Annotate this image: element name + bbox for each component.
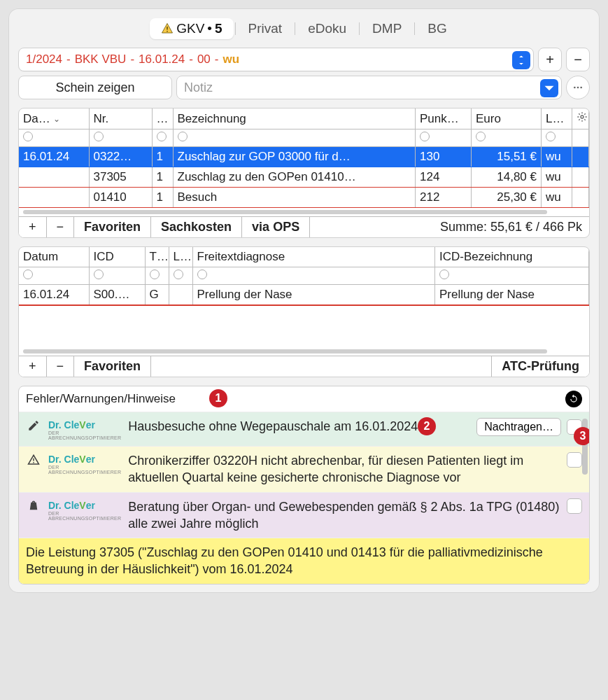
note-placeholder: Notiz	[184, 80, 213, 95]
table-row[interactable]: 014101Besuch21225,30 €wu	[19, 188, 589, 208]
services-table[interactable]: Da…⌄ Nr. … Bezeichnung Punk… Euro Le…	[19, 108, 589, 208]
svg-point-4	[580, 87, 582, 89]
case-selector[interactable]: 1/2024 - BKK VBU - 16.01.24 - 00 - wu	[18, 48, 534, 71]
clever-logo: Dr. CleVerDER ABRECHNUNGSOPTIMIERER	[48, 500, 121, 521]
services-panel: Da…⌄ Nr. … Bezeichnung Punk… Euro Le…	[18, 108, 590, 238]
hint-checkbox[interactable]	[567, 498, 582, 514]
hint-row: Dr. CleVerDER ABRECHNUNGSOPTIMIERERChron…	[19, 446, 589, 492]
h-scrollbar[interactable]	[19, 347, 589, 356]
col-nr[interactable]: Nr.	[89, 108, 152, 130]
annotation-2: 2	[418, 417, 436, 435]
hints-title: Fehler/Warnungen/Hinweise	[26, 392, 176, 406]
hints-panel: 1 2 3 Fehler/Warnungen/Hinweise Dr. CleV…	[18, 386, 590, 584]
diagnosis-panel: Datum ICD T… L… Freitextdiagnose ICD-Bez…	[18, 246, 590, 377]
sum-label: Summe: 55,61 € / 466 Pk	[433, 217, 589, 237]
case-user: wu	[223, 52, 240, 66]
hint-text: Beratung über Organ- und Gewebespenden g…	[128, 498, 560, 533]
col-desc[interactable]: Bezeichnung	[173, 108, 416, 130]
col-date[interactable]: Da…⌄	[19, 108, 89, 130]
col-cnt[interactable]: …	[152, 108, 173, 130]
annotation-1: 1	[209, 389, 227, 407]
col-euro[interactable]: Euro	[472, 108, 542, 130]
hint-row: Die Leistung 37305 ("Zuschlag zu den GOP…	[19, 538, 589, 584]
remove-service-button[interactable]: −	[47, 217, 75, 237]
hint-checkbox[interactable]	[567, 452, 582, 468]
tab-gkv-label: GKV	[176, 21, 204, 36]
hint-row: Dr. CleVerDER ABRECHNUNGSOPTIMIERERBerat…	[19, 492, 589, 538]
svg-rect-1	[167, 31, 168, 32]
sort-icon: ⌄	[53, 114, 60, 124]
annotation-3: 3	[574, 427, 590, 445]
bag-icon	[26, 500, 41, 512]
col-date[interactable]: Datum	[19, 247, 89, 267]
svg-rect-0	[167, 27, 168, 30]
col-pts[interactable]: Punk…	[416, 108, 472, 130]
show-schein-button[interactable]: Schein zeigen	[18, 76, 172, 99]
col-t[interactable]: T…	[145, 247, 169, 267]
warn-icon	[26, 454, 41, 466]
add-button[interactable]: +	[538, 48, 562, 71]
hint-row: Dr. CleVerDER ABRECHNUNGSOPTIMIERERHausb…	[19, 412, 589, 446]
clever-logo: Dr. CleVerDER ABRECHNUNGSOPTIMIERER	[48, 419, 121, 440]
via-ops-button[interactable]: via OPS	[242, 217, 310, 237]
warning-icon	[161, 22, 174, 35]
clever-logo: Dr. CleVerDER ABRECHNUNGSOPTIMIERER	[48, 454, 121, 475]
tab-gkv[interactable]: GKV • 5	[150, 18, 233, 39]
svg-rect-6	[33, 458, 34, 461]
h-scrollbar[interactable]	[19, 208, 589, 216]
add-service-button[interactable]: +	[19, 217, 47, 237]
svg-point-2	[574, 87, 576, 89]
svg-point-5	[581, 115, 584, 118]
remove-diag-button[interactable]: −	[47, 356, 75, 377]
note-input[interactable]: Notiz	[176, 76, 562, 99]
tab-gkv-count: 5	[215, 21, 222, 36]
atc-check-button[interactable]: ATC-Prüfung	[491, 356, 589, 377]
more-icon[interactable]	[566, 76, 590, 99]
favorites-button[interactable]: Favoriten	[74, 217, 151, 237]
nachtragen-button[interactable]: Nachtragen…	[476, 418, 561, 436]
tab-bg[interactable]: BG	[416, 18, 458, 39]
col-free[interactable]: Freitextdiagnose	[192, 247, 435, 267]
case-insurer: BKK VBU	[75, 52, 127, 66]
pencil-icon	[26, 419, 41, 432]
gear-icon[interactable]	[572, 108, 589, 130]
col-le[interactable]: Le…	[542, 108, 572, 130]
tabbar: GKV • 5 Privat eDoku DMP BG	[18, 17, 590, 41]
tab-privat[interactable]: Privat	[237, 18, 294, 39]
app-window: GKV • 5 Privat eDoku DMP BG 1/2024 - BKK…	[8, 8, 600, 593]
case-date: 16.01.24	[139, 52, 185, 66]
table-row[interactable]: 16.01.240322…1Zuschlag zur GOP 03000 für…	[19, 147, 589, 167]
table-row[interactable]: 16.01.24S00.…GPrellung der NasePrellung …	[19, 285, 589, 305]
refresh-icon[interactable]	[565, 391, 582, 407]
col-l[interactable]: L…	[169, 247, 192, 267]
col-icddesc[interactable]: ICD-Bezeichnung	[435, 247, 589, 267]
table-row[interactable]: 373051Zuschlag zu den GOPen 01410…12414,…	[19, 167, 589, 188]
svg-point-3	[577, 87, 579, 89]
case-code: 00	[197, 52, 211, 66]
col-icd[interactable]: ICD	[89, 247, 145, 267]
dropdown-icon[interactable]	[512, 51, 530, 69]
chevron-down-icon[interactable]	[540, 79, 558, 97]
add-diag-button[interactable]: +	[19, 356, 47, 377]
favorites-button[interactable]: Favoriten	[74, 356, 151, 377]
diagnosis-table[interactable]: Datum ICD T… L… Freitextdiagnose ICD-Bez…	[19, 247, 589, 305]
tab-dmp[interactable]: DMP	[361, 18, 413, 39]
hint-text: Chronikerziffer 03220H nicht abrechenbar…	[128, 452, 560, 486]
remove-button[interactable]: −	[566, 48, 590, 71]
svg-rect-7	[33, 462, 34, 463]
sachkosten-button[interactable]: Sachkosten	[151, 217, 242, 237]
filter-icon[interactable]	[23, 132, 33, 141]
case-quarter: 1/2024	[26, 52, 62, 66]
tab-edoku[interactable]: eDoku	[297, 18, 358, 39]
hint-text: Die Leistung 37305 ("Zuschlag zu den GOP…	[26, 544, 582, 578]
